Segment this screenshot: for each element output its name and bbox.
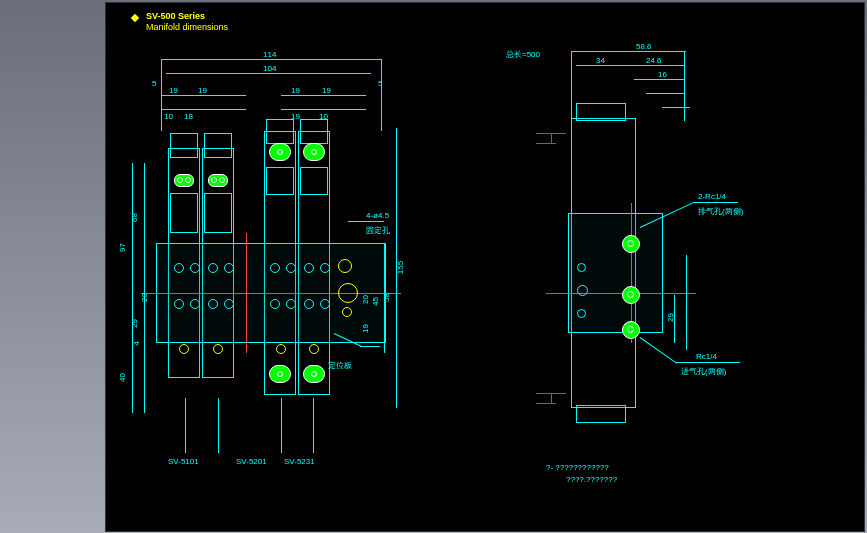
label-5231: SV-5231 <box>284 457 315 466</box>
dim-104: 104 <box>263 64 276 73</box>
dim-19a: 19 <box>169 86 178 95</box>
label-5201: SV-5201 <box>236 457 267 466</box>
dim-19b: 19 <box>361 324 370 333</box>
dim-34: 34 <box>596 56 605 65</box>
dim-68: 68 <box>130 213 139 222</box>
dim-45: 45 <box>371 297 380 306</box>
footer-2: ????.??????? <box>566 475 617 484</box>
dim-4: 4 <box>132 341 141 345</box>
callout-fix: 固定孔 <box>366 225 390 236</box>
callout-2rc14: 2-Rc1/4 <box>698 192 726 201</box>
footer-1: ?- ???????????? <box>546 463 609 472</box>
title-1: SV-500 Series <box>146 11 205 21</box>
callout-rc14: Rc1/4 <box>696 352 717 361</box>
dim-16: 16 <box>658 70 667 79</box>
dim-18: 18 <box>184 112 193 121</box>
indicator-led <box>303 143 325 161</box>
callout-base: 定位板 <box>328 360 352 371</box>
dim-97: 97 <box>118 243 127 252</box>
dim-20l: 20 <box>140 293 149 302</box>
dim-58.6: 58.6 <box>636 42 652 51</box>
dim-19c: 19 <box>291 86 300 95</box>
indicator-led <box>269 365 291 383</box>
dim-10l: 10 <box>164 112 173 121</box>
bullet-icon <box>131 14 139 22</box>
dim-40: 40 <box>118 373 127 382</box>
dim-29: 29 <box>130 319 139 328</box>
dim-114: 114 <box>263 50 276 59</box>
dim-total500: 总长=500 <box>506 49 540 60</box>
port-center <box>622 286 640 304</box>
dim-5l: 5 <box>152 79 156 88</box>
callout-rc14-note: 进气孔(两侧) <box>681 366 726 377</box>
dim-29r: 29 <box>666 313 675 322</box>
dim-155: 155 <box>396 261 405 274</box>
indicator-led <box>174 174 194 187</box>
dim-19d: 19 <box>322 86 331 95</box>
indicator-led <box>269 143 291 161</box>
port-inlet <box>622 321 640 339</box>
dim-20r: 20 <box>361 295 370 304</box>
port-exhaust <box>622 235 640 253</box>
callout-2rc14-note: 排气孔(两侧) <box>698 206 743 217</box>
label-5101: SV-5101 <box>168 457 199 466</box>
dim-19b: 19 <box>198 86 207 95</box>
indicator-led <box>303 365 325 383</box>
indicator-led <box>208 174 228 187</box>
dim-24.6: 24.6 <box>646 56 662 65</box>
dim-58: 58 <box>382 293 391 302</box>
drawing-canvas: SV-500 Series Manifold dimensions 114 10… <box>105 2 865 532</box>
title-2: Manifold dimensions <box>146 22 228 32</box>
callout-hole: 4-ø4.5 <box>366 211 389 220</box>
